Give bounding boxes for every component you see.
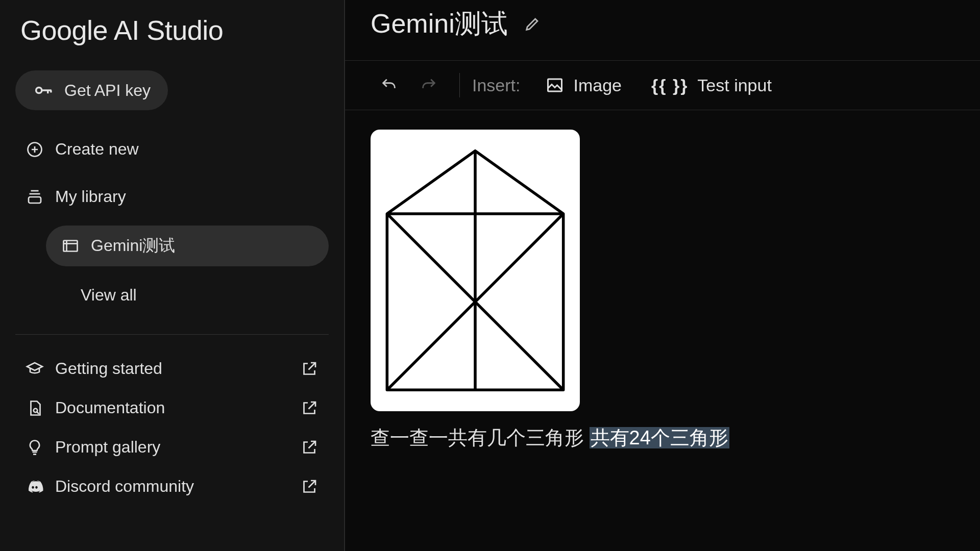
braces-icon: {{ }} <box>651 76 688 95</box>
view-all-label: View all <box>81 286 137 305</box>
svg-rect-2 <box>29 197 41 203</box>
library-item-label: Gemini测试 <box>91 235 175 257</box>
svg-rect-3 <box>64 241 78 252</box>
plus-circle-icon <box>26 140 44 159</box>
prompt-answer-selected: 共有24个三角形 <box>590 427 729 448</box>
key-icon <box>33 80 54 101</box>
prompt-icon <box>61 237 80 255</box>
documentation-link[interactable]: Documentation <box>15 388 329 428</box>
library-item-gemini[interactable]: Gemini测试 <box>46 226 329 266</box>
library-list: Gemini测试 View all <box>15 226 329 324</box>
create-new-label: Create new <box>55 140 139 159</box>
get-api-key-button[interactable]: Get API key <box>15 70 168 110</box>
get-api-key-label: Get API key <box>64 81 151 100</box>
redo-button[interactable] <box>410 70 447 101</box>
external-link-icon <box>300 478 318 496</box>
prompt-gallery-link[interactable]: Prompt gallery <box>15 428 329 467</box>
image-icon <box>546 76 564 94</box>
external-link-icon <box>300 360 318 378</box>
discord-link[interactable]: Discord community <box>15 467 329 506</box>
svg-point-4 <box>34 408 38 412</box>
getting-started-link[interactable]: Getting started <box>15 349 329 388</box>
triangle-figure <box>381 143 570 398</box>
app-title: Google AI Studio <box>15 5 329 70</box>
edit-title-button[interactable] <box>522 14 543 34</box>
insert-test-input-label: Test input <box>697 76 772 95</box>
graduation-cap-icon <box>26 360 44 378</box>
external-link-icon <box>300 399 318 417</box>
insert-image-label: Image <box>573 76 622 95</box>
svg-point-0 <box>36 87 42 93</box>
discord-icon <box>26 478 44 496</box>
library-icon <box>26 188 44 206</box>
lightbulb-icon <box>26 438 44 457</box>
prompt-question: 查一查一共有几个三角形 <box>371 427 584 448</box>
toolbar: Insert: Image {{ }} Test input <box>345 60 980 110</box>
sidebar-divider <box>15 334 329 335</box>
sidebar: Google AI Studio Get API key Create new <box>0 0 345 551</box>
toolbar-separator <box>459 73 460 97</box>
attached-image[interactable] <box>371 130 580 411</box>
prompt-text[interactable]: 查一查一共有几个三角形 共有24个三角形 <box>371 423 954 453</box>
my-library-label: My library <box>55 187 126 206</box>
insert-test-input-button[interactable]: {{ }} Test input <box>644 71 779 99</box>
getting-started-label: Getting started <box>55 359 162 378</box>
view-all-button[interactable]: View all <box>46 277 329 314</box>
discord-label: Discord community <box>55 477 194 496</box>
main-header: Gemini测试 <box>345 0 980 60</box>
create-new-button[interactable]: Create new <box>15 131 329 168</box>
documentation-label: Documentation <box>55 398 165 417</box>
document-search-icon <box>26 399 44 417</box>
page-title: Gemini测试 <box>371 6 508 42</box>
main-panel: Gemini测试 Insert: Ima <box>345 0 980 551</box>
prompt-gallery-label: Prompt gallery <box>55 438 160 457</box>
insert-image-button[interactable]: Image <box>538 71 629 99</box>
my-library-button[interactable]: My library <box>15 178 329 215</box>
insert-label: Insert: <box>472 76 520 95</box>
undo-button[interactable] <box>371 70 407 101</box>
prompt-content: 查一查一共有几个三角形 共有24个三角形 <box>345 110 980 472</box>
external-link-icon <box>300 438 318 457</box>
